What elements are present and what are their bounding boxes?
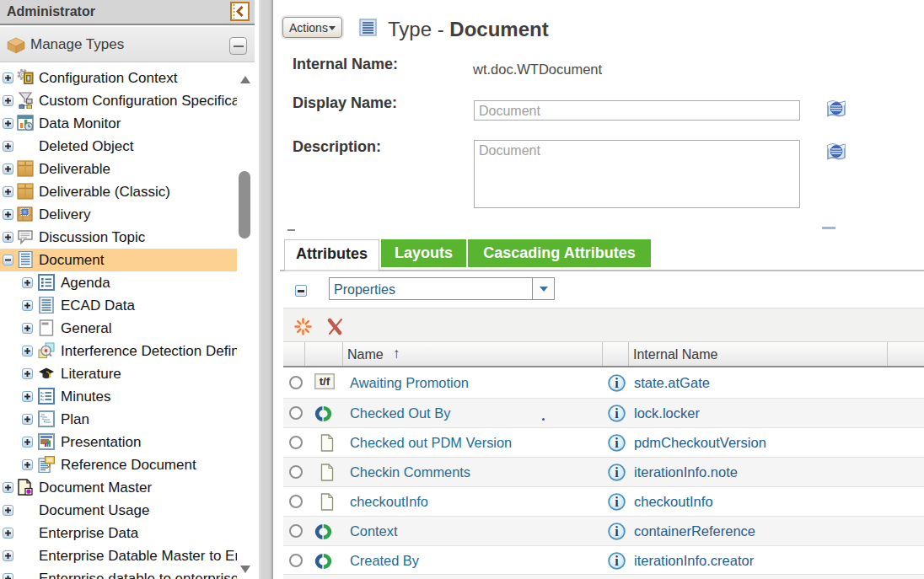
svg-text:i: i (615, 376, 619, 390)
svg-text:i: i (615, 554, 619, 568)
svg-text:t/f: t/f (320, 375, 330, 388)
svg-text:i: i (615, 465, 619, 480)
svg-text:i: i (615, 495, 619, 509)
svg-text:i: i (615, 406, 619, 421)
svg-text:i: i (615, 436, 619, 450)
svg-text:i: i (615, 524, 619, 539)
